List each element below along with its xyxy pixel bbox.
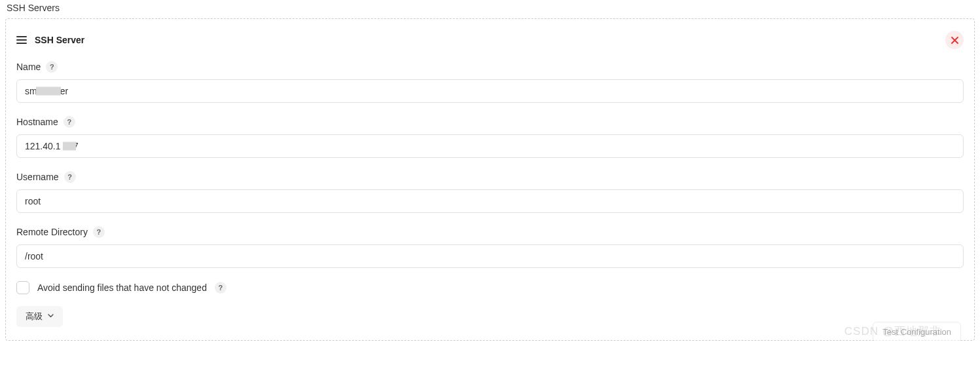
test-configuration-button[interactable]: Test Configuration (873, 322, 961, 341)
panel-header-left: SSH Server (16, 35, 84, 45)
chevron-down-icon (48, 314, 54, 320)
advanced-button[interactable]: 高级 (16, 306, 63, 327)
username-label: Username (16, 172, 59, 182)
remote-directory-field-group: Remote Directory ? (16, 226, 964, 268)
remote-directory-label: Remote Directory (16, 227, 88, 237)
name-label: Name (16, 62, 41, 72)
redacted-segment (36, 87, 61, 96)
name-input[interactable] (16, 79, 964, 103)
ssh-server-panel: SSH Server Name ? Hostname ? Username ? (5, 18, 975, 341)
remove-server-button[interactable] (945, 31, 964, 49)
help-icon[interactable]: ? (64, 171, 76, 183)
panel-title: SSH Server (35, 35, 84, 45)
advanced-button-label: 高级 (26, 311, 43, 322)
help-icon[interactable]: ? (215, 282, 227, 294)
username-field-group: Username ? (16, 171, 964, 213)
hostname-label: Hostname (16, 117, 58, 127)
avoid-unchanged-checkbox[interactable] (16, 281, 29, 294)
help-icon[interactable]: ? (46, 61, 58, 73)
remote-directory-input[interactable] (16, 244, 964, 268)
avoid-unchanged-row: Avoid sending files that have not change… (16, 281, 964, 294)
help-icon[interactable]: ? (93, 226, 105, 238)
drag-handle-icon[interactable] (16, 36, 27, 44)
name-field-group: Name ? (16, 61, 964, 103)
avoid-unchanged-label: Avoid sending files that have not change… (37, 282, 207, 293)
redacted-segment (63, 142, 76, 151)
help-icon[interactable]: ? (64, 116, 75, 128)
panel-header: SSH Server (16, 31, 964, 49)
page-title: SSH Servers (0, 0, 980, 18)
close-icon (951, 37, 958, 44)
hostname-input[interactable] (16, 134, 964, 158)
username-input[interactable] (16, 189, 964, 213)
hostname-field-group: Hostname ? (16, 116, 964, 158)
